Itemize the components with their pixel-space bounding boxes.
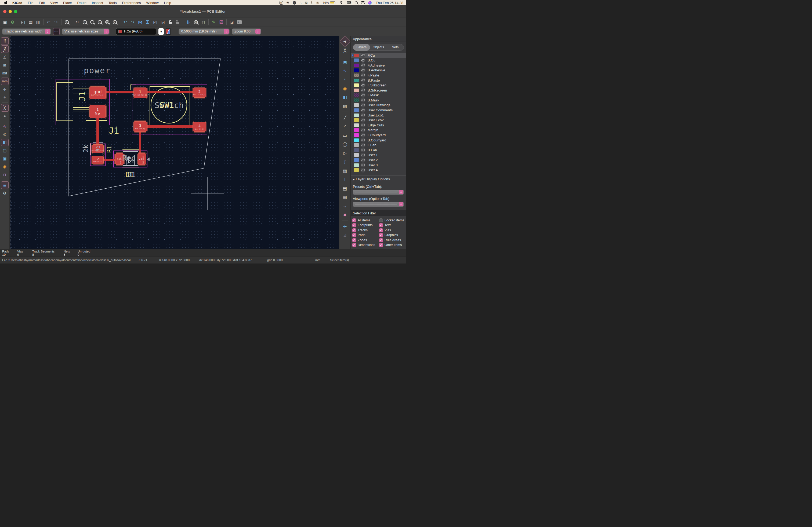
layer-visibility-eye-icon[interactable] [361,93,365,98]
track-display-mode-button[interactable]: ∿ [1,123,9,130]
filter-dimensions[interactable]: ✓Dimensions [352,243,379,247]
delete-tool-button[interactable]: ✖ [341,211,349,219]
track-5v[interactable] [97,117,99,146]
plot-button[interactable]: ▥ [35,18,42,26]
layer-color-swatch[interactable] [354,143,359,147]
layer-row-f.paste[interactable]: F.Paste [351,73,406,78]
footprint-checker-button[interactable]: ⊓ [200,18,207,26]
layer-color-swatch[interactable] [354,103,359,107]
wifi-icon[interactable] [339,1,343,4]
menu-window[interactable]: Window [143,1,161,5]
draw-arc-button[interactable]: ◜ [341,122,349,131]
checkbox-icon[interactable]: ✓ [379,238,383,242]
board-setup-button[interactable]: ⚙ [9,18,16,26]
tab-objects[interactable]: Objects [370,45,387,49]
drc-button[interactable]: ☑ [218,18,225,26]
j1-silkscreen-outline[interactable] [56,82,73,121]
shazam-icon[interactable]: ∿ [293,1,296,4]
layer-row-b.silkscreen[interactable]: B.Silkscreen [351,88,406,93]
rule-area-button[interactable]: ▨ [341,102,349,110]
zoom-out-button[interactable]: − [89,18,96,26]
pad[interactable]: 2 Net-(D1-A) [92,156,104,165]
draw-circle-button[interactable]: ◯ [341,140,349,148]
layer-color-swatch[interactable] [354,69,359,72]
layer-color-swatch[interactable] [354,99,359,102]
stepper-icon[interactable]: ▲▼ [224,29,229,34]
r1-reference[interactable]: R1 [106,146,113,153]
draw-line-button[interactable]: ╱ [341,114,349,122]
pad[interactable]: 4 Net-(D1-K) [193,122,206,132]
bluetooth-icon[interactable]: ᛒ [311,1,313,4]
dots-status-icon[interactable]: ∴ [300,1,302,4]
d1-reference[interactable]: D1 [126,171,134,179]
layer-row-f.adhesive[interactable]: F.Adhesive [351,63,406,68]
units-mils-button[interactable]: mil [1,70,9,77]
filter-zones[interactable]: ✓Zones [352,238,379,242]
layer-visibility-eye-icon[interactable] [361,168,365,172]
footprint-library-browser-button[interactable]: ▦ [192,18,199,26]
ungroup-button[interactable]: ◲ [159,18,166,26]
zoom-select[interactable]: Zoom 8.00 ▲▼ [232,28,261,35]
stepper-icon[interactable]: ▲▼ [255,29,260,34]
r1-fab-label[interactable]: R1 [95,146,101,152]
layer-visibility-eye-icon[interactable] [361,128,365,133]
stepper-icon[interactable]: ▲▼ [399,190,403,194]
filter-vias[interactable]: ✓Vias [379,228,404,232]
pad[interactable]: 1 Net-(J1-Pin_2) [133,88,147,98]
menu-preferences[interactable]: Preferences [119,1,143,5]
rotate-ccw-button[interactable]: ↶ [122,18,129,26]
menu-inspect[interactable]: Inspect [89,1,106,5]
lock-button[interactable] [167,18,174,26]
grid-dots-axes-button[interactable]: ⣿ [1,45,9,53]
battery-indicator[interactable]: 76% [323,1,336,4]
checkbox-icon[interactable]: ✓ [379,243,383,247]
pad[interactable]: 3 Net-(D1-K) [133,121,147,132]
active-layer-select[interactable]: F.Cu (PgUp) [116,28,156,35]
pcb-diff-button[interactable]: ◪ [228,18,235,26]
layer-row-edge.cuts[interactable]: Edge.Cuts [351,123,406,128]
zone-fill-mode-button[interactable]: ◧ [1,139,9,146]
checkbox-icon[interactable]: ✓ [352,243,356,247]
layer-dropdown-button[interactable]: ∨ [158,28,164,35]
refresh-view-button[interactable]: ↻ [74,18,81,26]
layer-visibility-eye-icon[interactable] [361,103,365,108]
zoom-in-button[interactable]: + [81,18,88,26]
checkbox-icon[interactable]: ✓ [352,223,356,227]
save-button[interactable]: ▣ [2,18,9,26]
pad[interactable]: 2 Net-(J1-Pin_2) [193,88,206,98]
layer-row-f.courtyard[interactable]: F.Courtyard [351,133,406,138]
properties-panel-button[interactable]: ⚙ [1,190,9,197]
scripting-console-button[interactable]: >_ [236,18,243,26]
power-label[interactable]: power [84,66,111,75]
layer-visibility-eye-icon[interactable] [361,108,365,113]
filter-all-items[interactable]: ✓All items [352,219,379,222]
control-center-icon[interactable] [361,1,365,4]
chatgpt-icon[interactable]: ✳ [287,1,289,4]
place-via-button[interactable]: ◉ [341,84,349,92]
route-diff-pairs-button[interactable]: ≈ [341,75,349,84]
display-icon[interactable]: ⧉ [305,1,307,4]
layer-visibility-eye-icon[interactable] [361,138,365,142]
layer-row-f.fab[interactable]: F.Fab [351,142,406,148]
layer-row-user.eco1[interactable]: User.Eco1 [351,113,406,118]
layer-color-swatch[interactable] [354,133,359,137]
place-image-button[interactable]: ▧ [341,167,349,175]
layer-color-swatch[interactable] [354,74,359,77]
layer-row-f.mask[interactable]: F.Mask [351,93,406,98]
filter-locked-items[interactable]: Locked items [379,219,404,222]
layers-manager-button[interactable]: ≣ [1,181,9,189]
layer-row-b.fab[interactable]: B.Fab [351,148,406,153]
pcb-canvas[interactable]: gnd Net-(J1-Pin_2) 1 5v 1 Net-(J1-Pin_2)… [10,36,339,249]
stepper-icon[interactable]: ▲▼ [104,29,109,34]
cursor-full-window-button[interactable]: ⌖ [1,94,9,101]
layer-visibility-eye-icon[interactable] [361,63,365,67]
layer-row-user.4[interactable]: User.4 [351,167,406,172]
menu-place[interactable]: Place [60,1,75,5]
units-inches-button[interactable]: in [1,61,9,69]
layer-visibility-eye-icon[interactable] [361,143,365,148]
layer-color-swatch[interactable] [354,153,359,157]
layer-visibility-eye-icon[interactable] [361,58,365,63]
find-button[interactable]: A [63,18,70,26]
zone-outline-mode-button[interactable]: ▢ [1,147,9,154]
filter-tracks[interactable]: ✓Tracks [352,228,379,232]
